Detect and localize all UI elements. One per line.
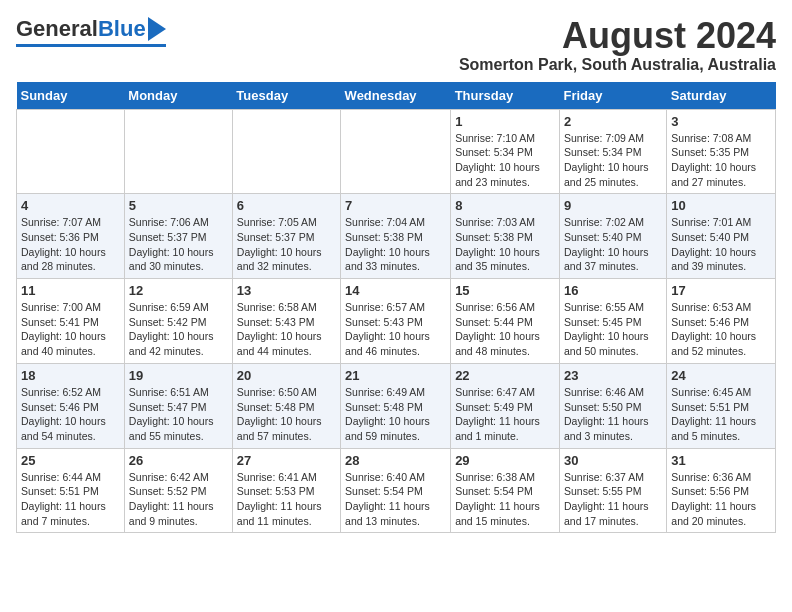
- day-info: Sunrise: 7:09 AM Sunset: 5:34 PM Dayligh…: [564, 131, 662, 190]
- calendar-cell: 14Sunrise: 6:57 AM Sunset: 5:43 PM Dayli…: [341, 279, 451, 364]
- day-info: Sunrise: 7:02 AM Sunset: 5:40 PM Dayligh…: [564, 215, 662, 274]
- logo-blue: Blue: [98, 16, 146, 42]
- day-info: Sunrise: 6:47 AM Sunset: 5:49 PM Dayligh…: [455, 385, 555, 444]
- month-year: August 2024: [459, 16, 776, 56]
- week-row-4: 18Sunrise: 6:52 AM Sunset: 5:46 PM Dayli…: [17, 363, 776, 448]
- calendar-cell: [232, 109, 340, 194]
- day-info: Sunrise: 7:08 AM Sunset: 5:35 PM Dayligh…: [671, 131, 771, 190]
- day-number: 14: [345, 283, 446, 298]
- calendar-cell: 27Sunrise: 6:41 AM Sunset: 5:53 PM Dayli…: [232, 448, 340, 533]
- day-number: 3: [671, 114, 771, 129]
- calendar-cell: 12Sunrise: 6:59 AM Sunset: 5:42 PM Dayli…: [124, 279, 232, 364]
- day-info: Sunrise: 7:00 AM Sunset: 5:41 PM Dayligh…: [21, 300, 120, 359]
- calendar-cell: 11Sunrise: 7:00 AM Sunset: 5:41 PM Dayli…: [17, 279, 125, 364]
- day-info: Sunrise: 7:07 AM Sunset: 5:36 PM Dayligh…: [21, 215, 120, 274]
- day-number: 2: [564, 114, 662, 129]
- week-row-5: 25Sunrise: 6:44 AM Sunset: 5:51 PM Dayli…: [17, 448, 776, 533]
- day-number: 29: [455, 453, 555, 468]
- day-info: Sunrise: 6:38 AM Sunset: 5:54 PM Dayligh…: [455, 470, 555, 529]
- day-info: Sunrise: 6:36 AM Sunset: 5:56 PM Dayligh…: [671, 470, 771, 529]
- day-number: 9: [564, 198, 662, 213]
- logo-arrow-icon: [148, 17, 166, 41]
- day-number: 7: [345, 198, 446, 213]
- calendar-cell: 28Sunrise: 6:40 AM Sunset: 5:54 PM Dayli…: [341, 448, 451, 533]
- day-info: Sunrise: 6:50 AM Sunset: 5:48 PM Dayligh…: [237, 385, 336, 444]
- calendar-cell: 13Sunrise: 6:58 AM Sunset: 5:43 PM Dayli…: [232, 279, 340, 364]
- day-info: Sunrise: 6:40 AM Sunset: 5:54 PM Dayligh…: [345, 470, 446, 529]
- day-number: 28: [345, 453, 446, 468]
- calendar-cell: 9Sunrise: 7:02 AM Sunset: 5:40 PM Daylig…: [559, 194, 666, 279]
- day-info: Sunrise: 6:37 AM Sunset: 5:55 PM Dayligh…: [564, 470, 662, 529]
- day-number: 6: [237, 198, 336, 213]
- day-info: Sunrise: 6:57 AM Sunset: 5:43 PM Dayligh…: [345, 300, 446, 359]
- col-header-tuesday: Tuesday: [232, 82, 340, 110]
- day-number: 20: [237, 368, 336, 383]
- logo-general: General: [16, 16, 98, 42]
- col-header-thursday: Thursday: [451, 82, 560, 110]
- day-info: Sunrise: 7:03 AM Sunset: 5:38 PM Dayligh…: [455, 215, 555, 274]
- week-row-1: 1Sunrise: 7:10 AM Sunset: 5:34 PM Daylig…: [17, 109, 776, 194]
- day-number: 16: [564, 283, 662, 298]
- day-info: Sunrise: 7:10 AM Sunset: 5:34 PM Dayligh…: [455, 131, 555, 190]
- calendar-cell: 4Sunrise: 7:07 AM Sunset: 5:36 PM Daylig…: [17, 194, 125, 279]
- calendar-cell: 6Sunrise: 7:05 AM Sunset: 5:37 PM Daylig…: [232, 194, 340, 279]
- day-number: 5: [129, 198, 228, 213]
- day-info: Sunrise: 6:45 AM Sunset: 5:51 PM Dayligh…: [671, 385, 771, 444]
- calendar-cell: 23Sunrise: 6:46 AM Sunset: 5:50 PM Dayli…: [559, 363, 666, 448]
- day-number: 17: [671, 283, 771, 298]
- day-info: Sunrise: 7:01 AM Sunset: 5:40 PM Dayligh…: [671, 215, 771, 274]
- day-info: Sunrise: 6:56 AM Sunset: 5:44 PM Dayligh…: [455, 300, 555, 359]
- day-number: 4: [21, 198, 120, 213]
- day-number: 31: [671, 453, 771, 468]
- day-number: 15: [455, 283, 555, 298]
- day-info: Sunrise: 7:04 AM Sunset: 5:38 PM Dayligh…: [345, 215, 446, 274]
- calendar-table: SundayMondayTuesdayWednesdayThursdayFrid…: [16, 82, 776, 534]
- calendar-cell: 24Sunrise: 6:45 AM Sunset: 5:51 PM Dayli…: [667, 363, 776, 448]
- logo-underline: [16, 44, 166, 47]
- day-number: 18: [21, 368, 120, 383]
- calendar-cell: [341, 109, 451, 194]
- day-info: Sunrise: 7:06 AM Sunset: 5:37 PM Dayligh…: [129, 215, 228, 274]
- calendar-cell: 31Sunrise: 6:36 AM Sunset: 5:56 PM Dayli…: [667, 448, 776, 533]
- calendar-cell: 1Sunrise: 7:10 AM Sunset: 5:34 PM Daylig…: [451, 109, 560, 194]
- col-header-friday: Friday: [559, 82, 666, 110]
- calendar-cell: 19Sunrise: 6:51 AM Sunset: 5:47 PM Dayli…: [124, 363, 232, 448]
- week-row-2: 4Sunrise: 7:07 AM Sunset: 5:36 PM Daylig…: [17, 194, 776, 279]
- calendar-cell: 8Sunrise: 7:03 AM Sunset: 5:38 PM Daylig…: [451, 194, 560, 279]
- col-header-wednesday: Wednesday: [341, 82, 451, 110]
- day-number: 26: [129, 453, 228, 468]
- calendar-cell: 22Sunrise: 6:47 AM Sunset: 5:49 PM Dayli…: [451, 363, 560, 448]
- day-number: 19: [129, 368, 228, 383]
- day-number: 25: [21, 453, 120, 468]
- day-number: 21: [345, 368, 446, 383]
- day-info: Sunrise: 6:44 AM Sunset: 5:51 PM Dayligh…: [21, 470, 120, 529]
- day-info: Sunrise: 6:52 AM Sunset: 5:46 PM Dayligh…: [21, 385, 120, 444]
- day-number: 11: [21, 283, 120, 298]
- calendar-cell: 5Sunrise: 7:06 AM Sunset: 5:37 PM Daylig…: [124, 194, 232, 279]
- title-area: August 2024 Somerton Park, South Austral…: [459, 16, 776, 74]
- day-info: Sunrise: 6:55 AM Sunset: 5:45 PM Dayligh…: [564, 300, 662, 359]
- day-number: 13: [237, 283, 336, 298]
- col-header-sunday: Sunday: [17, 82, 125, 110]
- calendar-cell: [17, 109, 125, 194]
- location: Somerton Park, South Australia, Australi…: [459, 56, 776, 74]
- day-info: Sunrise: 6:53 AM Sunset: 5:46 PM Dayligh…: [671, 300, 771, 359]
- calendar-cell: 20Sunrise: 6:50 AM Sunset: 5:48 PM Dayli…: [232, 363, 340, 448]
- calendar-cell: 30Sunrise: 6:37 AM Sunset: 5:55 PM Dayli…: [559, 448, 666, 533]
- day-number: 10: [671, 198, 771, 213]
- calendar-cell: [124, 109, 232, 194]
- week-row-3: 11Sunrise: 7:00 AM Sunset: 5:41 PM Dayli…: [17, 279, 776, 364]
- day-info: Sunrise: 6:42 AM Sunset: 5:52 PM Dayligh…: [129, 470, 228, 529]
- calendar-cell: 10Sunrise: 7:01 AM Sunset: 5:40 PM Dayli…: [667, 194, 776, 279]
- day-info: Sunrise: 6:58 AM Sunset: 5:43 PM Dayligh…: [237, 300, 336, 359]
- header-row: SundayMondayTuesdayWednesdayThursdayFrid…: [17, 82, 776, 110]
- calendar-cell: 21Sunrise: 6:49 AM Sunset: 5:48 PM Dayli…: [341, 363, 451, 448]
- calendar-cell: 29Sunrise: 6:38 AM Sunset: 5:54 PM Dayli…: [451, 448, 560, 533]
- day-number: 8: [455, 198, 555, 213]
- day-number: 22: [455, 368, 555, 383]
- calendar-cell: 7Sunrise: 7:04 AM Sunset: 5:38 PM Daylig…: [341, 194, 451, 279]
- day-number: 24: [671, 368, 771, 383]
- day-number: 12: [129, 283, 228, 298]
- col-header-monday: Monday: [124, 82, 232, 110]
- day-number: 23: [564, 368, 662, 383]
